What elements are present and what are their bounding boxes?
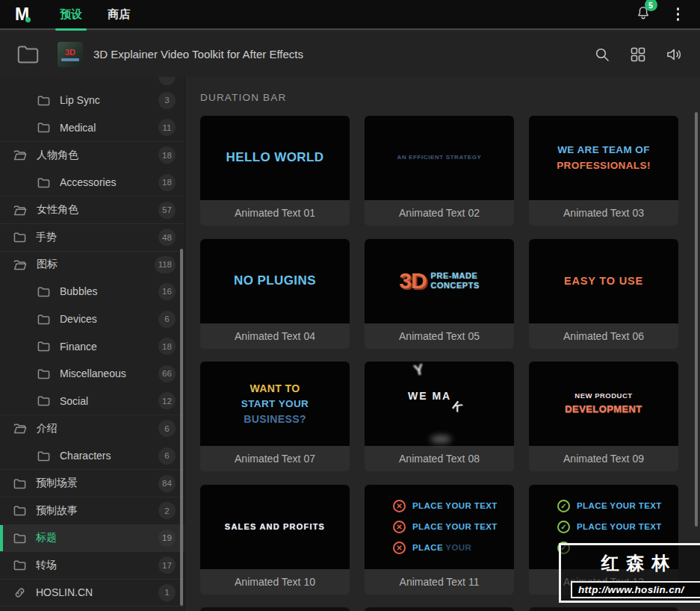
preset-card-4[interactable]: NO PLUGINSAnimated Text 04 (200, 239, 350, 349)
tab-store[interactable]: 商店 (108, 0, 130, 29)
sidebar-item-hoslin-cn[interactable]: HOSLIN.CN1 (0, 579, 185, 607)
sidebar-item-label: Social (60, 395, 158, 407)
preview-text: WE ARE TEAM OF (557, 143, 650, 157)
sidebar-divider (0, 606, 185, 607)
count-badge: 18 (158, 174, 176, 191)
sidebar-item-人物角色[interactable]: 人物角色18 (0, 141, 185, 169)
folder-icon (13, 505, 26, 516)
sidebar-item-label: 图标 (37, 258, 155, 271)
sidebar-item-label: 女性角色 (37, 203, 158, 217)
preset-thumbnail: EASY TO USE (529, 239, 678, 323)
preset-thumbnail: YWE MAK (365, 362, 514, 446)
preset-card-5[interactable]: 3DPRE-MADECONCEPTSAnimated Text 05 (365, 239, 514, 349)
folder-icon (37, 395, 50, 406)
sidebar-item-图标[interactable]: 图标118 (0, 251, 185, 279)
preset-caption: Animated Text 04 (200, 323, 350, 349)
sidebar-item-miscellaneous[interactable]: Miscellaneous66 (0, 360, 185, 388)
sidebar-item-转场[interactable]: 转场17 (0, 551, 185, 579)
sidebar-item-partial[interactable] (0, 77, 185, 87)
preset-card-3[interactable]: WE ARE TEAM OFPROFESSIONALS!Animated Tex… (529, 116, 678, 226)
sidebar-item-lip-sync[interactable]: Lip Sync3 (0, 87, 185, 114)
sidebar-item-finance[interactable]: Finance18 (0, 332, 185, 360)
preset-card-partial[interactable] (200, 607, 350, 611)
preset-card-2[interactable]: AN EFFICIENT STRATEGYAnimated Text 02 (365, 116, 514, 226)
preset-card-11[interactable]: ✕PLACE YOUR TEXT✕PLACE YOUR TEXT✕PLACE Y… (365, 485, 514, 595)
preset-card-1[interactable]: HELLO WORLDAnimated Text 01 (200, 116, 350, 226)
preview-text: NO PLUGINS (234, 273, 316, 289)
preset-card-partial[interactable] (529, 607, 678, 611)
pack-title: 3D Explainer Video Toolkit for After Eff… (93, 48, 303, 61)
sidebar-item-介绍[interactable]: 介绍6 (0, 415, 185, 442)
sidebar-item-手势[interactable]: 手势48 (0, 223, 185, 251)
preset-caption: Animated Text 02 (365, 200, 514, 226)
preview-text: PROFESSIONALS! (557, 159, 651, 173)
sidebar-item-bubbles[interactable]: Bubbles16 (0, 278, 185, 306)
sidebar-item-label: 标题 (36, 531, 158, 545)
sidebar-item-accessories[interactable]: Accessories18 (0, 169, 185, 196)
preview-text: BUSINESS? (244, 412, 306, 426)
watermark-overlay: 红森林 http://www.hoslin.cn/ (559, 543, 700, 603)
count-badge: 17 (158, 556, 176, 574)
link-icon (13, 587, 26, 598)
sidebar-item-label: Miscellaneous (60, 367, 158, 379)
sidebar-scrollbar[interactable] (180, 249, 183, 606)
sidebar: Lip Sync3Medical11人物角色18Accessories18女性角… (0, 77, 185, 611)
preset-caption: Animated Text 01 (200, 200, 350, 226)
sidebar-item-标题[interactable]: 标题19 (0, 524, 185, 552)
count-badge: 18 (158, 338, 176, 355)
preset-thumbnail: AN EFFICIENT STRATEGY (365, 116, 514, 200)
folder-icon (37, 286, 50, 297)
folder-back-icon[interactable] (16, 44, 40, 65)
preset-card-7[interactable]: WANT TOSTART YOURBUSINESS?Animated Text … (200, 362, 350, 471)
preset-caption: Animated Text 03 (529, 200, 678, 226)
main-scrollbar[interactable] (695, 112, 698, 527)
sidebar-item-预制场景[interactable]: 预制场景84 (0, 469, 185, 497)
folder-icon (13, 478, 26, 489)
sidebar-item-label: 介绍 (37, 422, 158, 435)
folder-open-icon (13, 205, 27, 216)
search-button[interactable] (594, 46, 610, 63)
folder-icon (13, 533, 26, 544)
x-circle-icon: ✕ (393, 542, 406, 554)
main-tabs: 预设 商店 (60, 0, 130, 29)
preset-card-6[interactable]: EASY TO USEAnimated Text 06 (529, 239, 678, 349)
watermark-url: http://www.hoslin.cn/ (571, 581, 700, 598)
sidebar-item-label: 预制故事 (36, 504, 158, 518)
preset-thumbnail: NO PLUGINS (200, 239, 350, 323)
sidebar-item-characters[interactable]: Characters6 (0, 442, 185, 470)
preview-text: EASY TO USE (564, 274, 643, 288)
preset-thumbnail: HELLO WORLD (200, 116, 350, 200)
sidebar-item-medical[interactable]: Medical11 (0, 114, 185, 142)
folder-open-icon (13, 149, 27, 161)
folder-open-icon (13, 259, 27, 270)
pack-thumbnail[interactable]: 3D (58, 42, 83, 67)
preset-card-8[interactable]: YWE MAKAnimated Text 08 (365, 362, 514, 471)
count-badge: 1 (158, 584, 176, 601)
preview-3d-text: 3DPRE-MADECONCEPTS (399, 268, 479, 294)
folder-icon (13, 232, 26, 243)
sidebar-item-女性角色[interactable]: 女性角色57 (0, 196, 185, 223)
sidebar-item-social[interactable]: Social12 (0, 388, 185, 415)
preset-card-9[interactable]: NEW PRODUCTDEVELOPMENTAnimated Text 09 (529, 362, 678, 471)
grid-view-button[interactable] (630, 46, 646, 63)
tab-presets[interactable]: 预设 (60, 0, 82, 29)
preset-card-partial[interactable] (365, 607, 514, 611)
preview-bullet-list: ✕PLACE YOUR TEXT✕PLACE YOUR TEXT✕PLACE Y… (365, 500, 514, 554)
sidebar-item-devices[interactable]: Devices6 (0, 306, 185, 333)
notifications-button[interactable]: 5 (635, 4, 651, 24)
preset-thumbnail: 3DPRE-MADECONCEPTS (365, 239, 514, 323)
count-badge: 2 (158, 502, 176, 519)
count-badge: 11 (158, 119, 176, 136)
app-logo[interactable]: M (15, 4, 28, 25)
count-badge: 57 (158, 202, 176, 219)
overflow-menu-button[interactable] (674, 4, 683, 24)
preset-card-10[interactable]: SALES AND PROFITSAnimated Text 10 (200, 485, 350, 595)
watermark-title: 红森林 (561, 551, 700, 575)
folder-icon (37, 368, 50, 379)
sound-button[interactable] (666, 46, 684, 63)
sidebar-item-label: Devices (60, 313, 158, 325)
preview-text: WANT TO (250, 382, 300, 395)
sidebar-item-预制故事[interactable]: 预制故事2 (0, 497, 185, 524)
count-badge: 6 (158, 311, 176, 328)
preview-text: PLACE YOUR TEXT (412, 501, 498, 510)
